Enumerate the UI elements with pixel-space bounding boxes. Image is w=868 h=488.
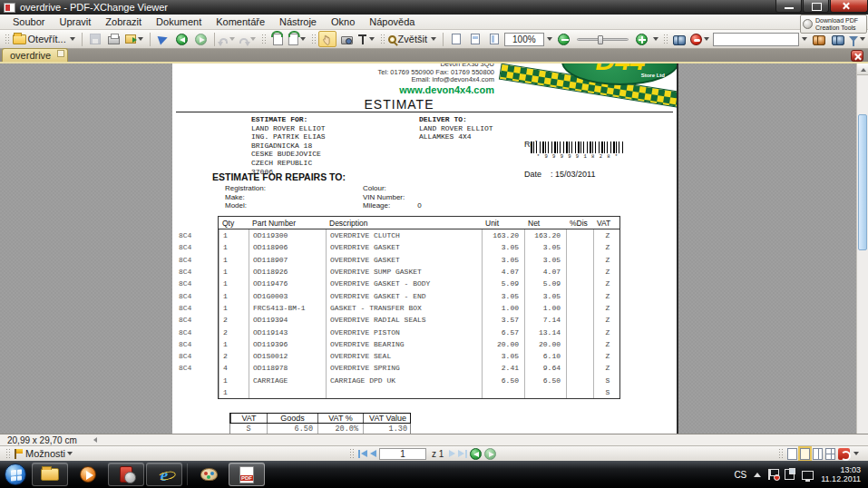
rotate-right-button[interactable]: [288, 31, 308, 47]
maximize-button[interactable]: [803, 0, 829, 13]
menu-item[interactable]: Nástroje: [272, 15, 324, 28]
menu-item[interactable]: Nápověda: [362, 15, 422, 28]
select-text-button[interactable]: [356, 31, 377, 47]
menu-item[interactable]: Okno: [324, 15, 362, 28]
zoom-dropdown-arrow[interactable]: [431, 37, 436, 41]
toolbar-grip[interactable]: [5, 448, 10, 460]
scrollbar-thumb[interactable]: [858, 114, 867, 250]
previous-page-button[interactable]: [370, 450, 376, 457]
taskbar-paint-button[interactable]: [190, 463, 227, 486]
taskbar-explorer-button[interactable]: [32, 463, 68, 486]
email-button[interactable]: [154, 31, 172, 47]
document-view[interactable]: D44Store Ltd Devon EX36 3QUTel: 01769 55…: [0, 63, 868, 434]
print-button[interactable]: [105, 31, 123, 47]
menu-item[interactable]: Dokument: [149, 15, 209, 28]
fit-page-button[interactable]: [466, 31, 484, 47]
taskbar-app-button[interactable]: [108, 463, 144, 486]
language-indicator[interactable]: CS: [734, 470, 746, 480]
toolbar-grip[interactable]: [261, 34, 266, 45]
address-line: LAND ROVER ELLIOT: [419, 124, 493, 133]
multi-page-layout-button[interactable]: [825, 448, 835, 460]
go-forward-button[interactable]: [192, 31, 210, 47]
menu-item[interactable]: Soubor: [5, 15, 52, 28]
first-page-button[interactable]: [358, 450, 367, 458]
toolbar-grip[interactable]: [778, 448, 783, 460]
options-button[interactable]: Možnosti: [25, 448, 65, 459]
pdf-dropdown-arrow[interactable]: [853, 452, 859, 455]
toolbar-grip[interactable]: [663, 34, 668, 45]
splitter-arrow-icon[interactable]: [93, 437, 97, 443]
history-back-button[interactable]: [470, 448, 482, 460]
undo-dropdown-arrow[interactable]: [229, 37, 235, 41]
hand-tool-button[interactable]: [318, 31, 336, 47]
download-pdf-tools-button[interactable]: Download PDF Creation Tools: [800, 15, 867, 34]
loupe-tool-button[interactable]: [689, 31, 712, 47]
rotate-left-button[interactable]: [268, 31, 287, 47]
toolbar-grip[interactable]: [5, 34, 9, 45]
tray-app-icon[interactable]: [785, 469, 795, 480]
redo-dropdown-arrow[interactable]: [250, 37, 256, 41]
zoom-slider[interactable]: [577, 38, 629, 41]
page-number-input[interactable]: 1: [379, 448, 426, 460]
toolbar-grip[interactable]: [380, 34, 385, 45]
snapshot-button[interactable]: [337, 31, 356, 47]
actual-size-button[interactable]: [447, 31, 465, 47]
continuous-layout-button[interactable]: [800, 448, 810, 460]
last-page-button[interactable]: [458, 450, 467, 458]
adobe-pdf-icon[interactable]: [838, 448, 850, 460]
scroll-up-button[interactable]: [857, 63, 868, 75]
next-page-button[interactable]: [449, 450, 455, 457]
toolbar-grip[interactable]: [349, 448, 354, 460]
tab-overdrive[interactable]: overdrive: [2, 48, 68, 62]
export-icon: [125, 34, 136, 44]
zoom-in-button[interactable]: [632, 31, 650, 47]
save-button[interactable]: [86, 31, 104, 47]
zoom-out-button[interactable]: [555, 31, 573, 47]
fit-width-button[interactable]: [485, 31, 503, 47]
document-close-button[interactable]: [851, 50, 863, 62]
zoom-level-box[interactable]: 100%: [504, 33, 544, 46]
history-forward-button[interactable]: [484, 448, 496, 460]
open-button[interactable]: Otevřít...: [12, 31, 78, 47]
tab-close-icon[interactable]: [57, 50, 64, 57]
action-center-icon[interactable]: [768, 469, 777, 480]
redo-button[interactable]: [239, 31, 258, 47]
cell-dis: [566, 326, 593, 337]
menu-item[interactable]: Zobrazit: [98, 15, 149, 28]
taskbar-media-player-button[interactable]: [70, 463, 106, 486]
go-back-button[interactable]: [173, 31, 191, 47]
cell-qty: 4: [219, 362, 249, 374]
single-page-layout-button[interactable]: [787, 448, 797, 460]
vertical-scrollbar[interactable]: [856, 63, 868, 434]
two-page-layout-button[interactable]: [813, 448, 823, 460]
close-button[interactable]: [830, 0, 868, 13]
taskbar-pdf-xchange-button[interactable]: PDF: [229, 463, 265, 486]
options-dropdown-arrow[interactable]: [67, 452, 73, 455]
taskbar-internet-explorer-button[interactable]: e: [146, 463, 182, 486]
search-button[interactable]: [670, 31, 688, 47]
search-input[interactable]: [713, 33, 799, 46]
zoom-slider-knob[interactable]: [598, 35, 603, 44]
minimize-button[interactable]: [775, 0, 802, 13]
taskbar-clock[interactable]: 13:03 11.12.2011: [821, 465, 861, 483]
toolbar-grip[interactable]: [311, 34, 316, 45]
export-dropdown-arrow[interactable]: [138, 37, 143, 41]
undo-button[interactable]: [219, 31, 239, 47]
menu-item[interactable]: Upravit: [52, 15, 98, 28]
loupe-dropdown-arrow[interactable]: [704, 37, 709, 41]
menu-item[interactable]: Komentáře: [209, 15, 272, 28]
select-dropdown-arrow[interactable]: [369, 37, 375, 41]
zoom-tool-button[interactable]: Zvětšit: [387, 31, 439, 47]
start-button[interactable]: [5, 464, 26, 485]
network-icon[interactable]: [802, 471, 814, 480]
search-dropdown-arrow[interactable]: [802, 37, 807, 41]
show-hidden-icons-button[interactable]: [754, 473, 761, 477]
zoom-in-dropdown-arrow[interactable]: [653, 37, 658, 41]
export-button[interactable]: [124, 31, 146, 47]
cell-dis: [566, 314, 593, 326]
rotate-dropdown-arrow[interactable]: [300, 37, 306, 41]
table-row: 8C4 1 OD1G0003 OVERDRIVE GASKET - END 3.…: [219, 289, 619, 301]
zoom-level-dropdown-arrow[interactable]: [547, 37, 552, 41]
filter-dropdown-arrow[interactable]: [860, 37, 865, 41]
open-dropdown-arrow[interactable]: [70, 37, 75, 41]
